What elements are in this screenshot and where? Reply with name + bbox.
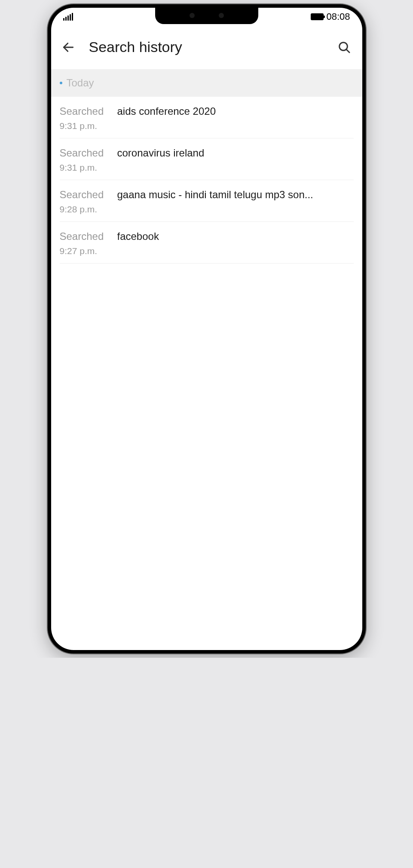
arrow-left-icon [61, 40, 75, 54]
search-query: facebook [117, 230, 159, 242]
section-label: Today [67, 77, 94, 89]
search-query: coronavirus ireland [117, 147, 205, 159]
signal-icon [63, 13, 73, 21]
history-row: Searched facebook [60, 230, 354, 242]
history-item[interactable]: Searched facebook 9:27 p.m. [60, 222, 354, 264]
section-header-today: Today [51, 69, 362, 97]
page-title: Search history [89, 39, 323, 55]
svg-line-2 [346, 49, 349, 52]
battery-icon [311, 13, 324, 20]
section-dot-icon [60, 82, 62, 84]
history-item[interactable]: Searched gaana music - hindi tamil telug… [60, 180, 354, 222]
history-item[interactable]: Searched coronavirus ireland 9:31 p.m. [60, 138, 354, 180]
status-left [63, 13, 73, 21]
camera-dot [190, 13, 195, 18]
search-button[interactable] [337, 40, 352, 55]
searched-label: Searched [60, 230, 110, 242]
notch [155, 8, 258, 24]
history-row: Searched coronavirus ireland [60, 147, 354, 159]
back-button[interactable] [61, 40, 75, 54]
search-time: 9:31 p.m. [60, 163, 354, 173]
status-right: 08:08 [311, 11, 350, 22]
phone-frame: 08:08 Search history Today [48, 4, 366, 653]
search-time: 9:27 p.m. [60, 246, 354, 256]
searched-label: Searched [60, 147, 110, 159]
history-row: Searched aids conference 2020 [60, 105, 354, 117]
searched-label: Searched [60, 189, 110, 201]
search-query: aids conference 2020 [117, 105, 216, 117]
search-icon [337, 40, 351, 54]
status-clock: 08:08 [326, 11, 350, 22]
search-query: gaana music - hindi tamil telugu mp3 son… [117, 189, 313, 201]
app-header: Search history [51, 26, 362, 69]
search-time: 9:31 p.m. [60, 121, 354, 131]
sensor-dot [219, 13, 224, 18]
history-row: Searched gaana music - hindi tamil telug… [60, 189, 354, 201]
search-time: 9:28 p.m. [60, 204, 354, 215]
history-list: Searched aids conference 2020 9:31 p.m. … [51, 97, 362, 264]
phone-screen: 08:08 Search history Today [51, 8, 362, 650]
history-item[interactable]: Searched aids conference 2020 9:31 p.m. [60, 97, 354, 138]
searched-label: Searched [60, 105, 110, 117]
